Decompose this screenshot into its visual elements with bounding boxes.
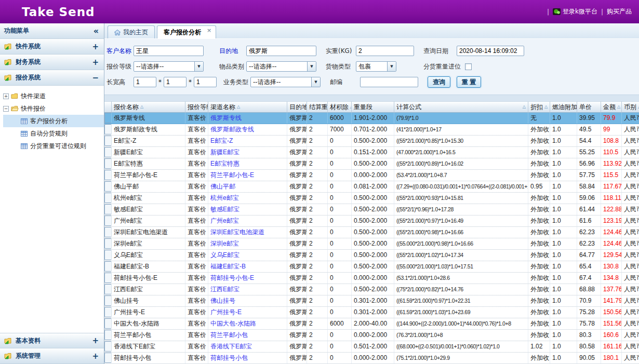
channel-cell[interactable]: 荷邮挂号小包 bbox=[208, 353, 287, 363]
channel-cell[interactable]: 深圳E邮宝电池渠道 bbox=[208, 227, 287, 238]
query-button[interactable]: 查询 bbox=[428, 76, 450, 88]
channel-cell[interactable]: 杭州e邮宝 bbox=[208, 193, 287, 204]
quote-row[interactable]: 佛山平邮直客价佛山平邮俄罗斯200.081-2.000((7.29+((0.08… bbox=[104, 181, 639, 193]
sidebar-section-finance[interactable]: 财务系统 + bbox=[0, 55, 104, 70]
weight-input[interactable] bbox=[356, 46, 414, 56]
channel-cell[interactable]: 江西E邮宝 bbox=[208, 284, 287, 295]
column-header-currency[interactable]: 币别△ bbox=[622, 101, 639, 113]
quote-row[interactable]: E邮宝特惠直客价E邮宝特惠俄罗斯200.500-2.000((55*2/1.00… bbox=[104, 158, 639, 170]
collapse-minus-icon[interactable]: − bbox=[92, 73, 99, 83]
formula-cell: (47.000*2/1.000)*1.0+16.5 bbox=[394, 147, 528, 158]
quote-level-select[interactable]: --请选择-- ▼ bbox=[134, 61, 204, 72]
discount-cell: 外加收 bbox=[528, 227, 550, 238]
expand-plus-icon[interactable]: + bbox=[92, 58, 99, 67]
channel-cell[interactable]: 义乌E邮宝 bbox=[208, 250, 287, 261]
column-header-fuel[interactable]: 燃油附加△ bbox=[550, 101, 577, 113]
quote-row[interactable]: 荷邮挂号小包直客价荷邮挂号小包俄罗斯200.000-2.000(75.1*2/1… bbox=[104, 353, 639, 364]
quote-row[interactable]: 荷兰平邮小包-E直客价荷兰平邮小包-E俄罗斯200.000-2.000(53.4… bbox=[104, 170, 639, 181]
quote-row[interactable]: 杭州e邮宝直客价杭州e邮宝俄罗斯200.500-2.000((55*2/1.00… bbox=[104, 193, 639, 204]
quote-row[interactable]: 佛山挂号直客价佛山挂号俄罗斯200.301-2.000((61.59*2/1.0… bbox=[104, 295, 639, 307]
quote-row[interactable]: 深圳E邮宝电池渠道直客价深圳E邮宝电池渠道俄罗斯200.500-2.000((5… bbox=[104, 227, 639, 238]
sidebar-section-quote[interactable]: 报价系统 − bbox=[0, 70, 104, 86]
height-input[interactable] bbox=[194, 77, 217, 87]
column-header-range[interactable]: 重量段 bbox=[352, 101, 394, 113]
reset-button[interactable]: 重 置 bbox=[457, 76, 481, 88]
quote-row[interactable]: 俄罗斯邮政专线直客价俄罗斯邮政专线俄罗斯270000.701-2.000(41*… bbox=[104, 124, 639, 136]
quote-row[interactable]: 广州e邮宝直客价广州e邮宝俄罗斯200.500-2.000((55*2/1.00… bbox=[104, 215, 639, 227]
tree-node-label: 快件报价 bbox=[21, 104, 46, 113]
channel-cell[interactable]: 俄罗斯邮政专线 bbox=[208, 124, 287, 135]
column-header-discount[interactable]: 折扣△ bbox=[528, 101, 550, 113]
tab-customer-quote-analysis[interactable]: 客户报价分析 × bbox=[157, 25, 216, 38]
postcode-input[interactable] bbox=[360, 77, 418, 87]
column-header-name[interactable]: 报价名称△ bbox=[112, 101, 185, 113]
tree-expand-icon[interactable]: + bbox=[3, 93, 9, 99]
channel-cell[interactable]: 新疆E邮宝 bbox=[208, 147, 287, 158]
goods-type-select[interactable]: 包裹 ▼ bbox=[356, 61, 396, 72]
column-header-price[interactable]: 单价 bbox=[577, 101, 601, 113]
quote-row[interactable]: 新疆E邮宝直客价新疆E邮宝俄罗斯200.151-2.000(47.000*2/1… bbox=[104, 147, 639, 158]
column-header-vol[interactable]: 材积除△ bbox=[328, 101, 352, 113]
quote-row[interactable]: 荷兰平邮小包直客价荷兰平邮小包俄罗斯200.000-2.000(76.3*2/1… bbox=[104, 330, 639, 341]
sidebar-item-customer-quote-analysis[interactable]: 客户报价分析 bbox=[3, 115, 104, 127]
buy-product-link[interactable]: 购买产品 bbox=[607, 7, 632, 16]
column-header-dest[interactable]: 目的地△ bbox=[287, 101, 307, 113]
quote-row[interactable]: 敏感E邮宝直客价敏感E邮宝俄罗斯200.500-2.000((55*2/1)*0… bbox=[104, 204, 639, 215]
sidebar-section-system[interactable]: 系统管理 + bbox=[0, 348, 104, 364]
column-header-level[interactable]: 报价等级 bbox=[185, 101, 208, 113]
channel-cell[interactable]: 荷兰平邮小包-E bbox=[208, 170, 287, 181]
query-date-label: 查询日期 bbox=[423, 47, 457, 56]
quote-row[interactable]: 福建E邮宝-B直客价福建E邮宝-B俄罗斯200.500-2.000((55.00… bbox=[104, 261, 639, 273]
column-header-sel[interactable] bbox=[104, 101, 112, 113]
destination-input[interactable] bbox=[246, 46, 316, 56]
expand-plus-icon[interactable]: + bbox=[92, 42, 99, 51]
tab-home[interactable]: 我的主页 bbox=[108, 25, 155, 38]
width-input[interactable] bbox=[164, 77, 187, 87]
channel-cell[interactable]: 俄罗斯专线 bbox=[208, 113, 287, 124]
channel-cell[interactable]: 深圳e邮宝 bbox=[208, 238, 287, 249]
sidebar-section-express[interactable]: 快件系统 + bbox=[0, 39, 104, 55]
quote-row[interactable]: 江西E邮宝直客价江西E邮宝俄罗斯200.500-2.000((75*2/1.00… bbox=[104, 284, 639, 295]
column-header-formula[interactable]: 计算公式△ bbox=[394, 101, 528, 113]
item-type-select[interactable]: --请选择-- ▼ bbox=[246, 61, 316, 72]
tree-node-channels[interactable]: + 快件渠道 bbox=[3, 90, 104, 102]
channel-cell[interactable]: 敏感E邮宝 bbox=[208, 204, 287, 215]
sidebar-section-basic-data[interactable]: 基本资料 + bbox=[0, 333, 104, 348]
quote-row[interactable]: E邮宝-Z直客价E邮宝-Z俄罗斯200.500-2.000((55*2/1.00… bbox=[104, 136, 639, 147]
channel-cell[interactable]: E邮宝-Z bbox=[208, 136, 287, 146]
tree-node-quotes[interactable]: − 快件报价 bbox=[3, 102, 104, 115]
quote-row[interactable]: 广州挂号-E直客价广州挂号-E俄罗斯200.301-2.000((61.59*2… bbox=[104, 307, 639, 318]
tree-collapse-icon[interactable]: − bbox=[3, 106, 9, 112]
business-type-select[interactable]: --请选择-- ▼ bbox=[250, 77, 321, 87]
expand-plus-icon[interactable]: + bbox=[92, 352, 99, 361]
channel-cell[interactable]: 广州挂号-E bbox=[208, 307, 287, 318]
customer-name-input[interactable] bbox=[134, 46, 204, 56]
channel-cell[interactable]: 佛山挂号 bbox=[208, 295, 287, 306]
quote-row[interactable]: 俄罗斯专线直客价俄罗斯专线俄罗斯260001.901-2.000(79.9)*1… bbox=[104, 113, 639, 124]
quote-row[interactable]: 香港线下E邮宝直客价香港线下E邮宝俄罗斯200.501-2.000((68.00… bbox=[104, 341, 639, 353]
channel-cell[interactable]: 荷邮挂号小包-E bbox=[208, 273, 287, 284]
expand-plus-icon[interactable]: + bbox=[92, 336, 99, 345]
collapse-sidebar-icon[interactable]: « bbox=[94, 26, 99, 36]
channel-cell[interactable]: 福建E邮宝-B bbox=[208, 261, 287, 272]
quote-row[interactable]: 义乌E邮宝直客价义乌E邮宝俄罗斯200.500-2.000((55*2/1.00… bbox=[104, 250, 639, 261]
quote-row[interactable]: 荷邮挂号小包-E直客价荷邮挂号小包-E俄罗斯200.000-2.000(53.1… bbox=[104, 273, 639, 284]
login-link[interactable]: 登录k微平台 bbox=[553, 7, 597, 16]
channel-cell[interactable]: 荷兰平邮小包 bbox=[208, 330, 287, 341]
channel-cell[interactable]: 香港线下E邮宝 bbox=[208, 341, 287, 352]
channel-cell[interactable]: 中国大包-水陆路 bbox=[208, 318, 287, 329]
quote-row[interactable]: 中国大包-水陆路直客价中国大包-水陆路俄罗斯260002.000-40.00((… bbox=[104, 318, 639, 330]
close-tab-icon[interactable]: × bbox=[207, 27, 211, 34]
sidebar-item-split-weight-carry-rules[interactable]: 分货重量可进位规则 bbox=[3, 140, 104, 152]
split-weight-carry-checkbox[interactable] bbox=[465, 63, 472, 70]
quote-row[interactable]: 深圳e邮宝直客价深圳e邮宝俄罗斯200.500-2.000((55.000*2/… bbox=[104, 238, 639, 250]
length-input[interactable] bbox=[134, 77, 156, 87]
column-header-settle[interactable]: 结算重量△ bbox=[307, 101, 328, 113]
query-date-input[interactable] bbox=[457, 46, 524, 56]
column-header-amount[interactable]: 金额△ bbox=[601, 101, 622, 113]
sidebar-item-auto-split-rules[interactable]: 自动分货规则 bbox=[3, 127, 104, 140]
channel-cell[interactable]: E邮宝特惠 bbox=[208, 158, 287, 169]
channel-cell[interactable]: 佛山平邮 bbox=[208, 181, 287, 192]
channel-cell[interactable]: 广州e邮宝 bbox=[208, 215, 287, 226]
column-header-channel[interactable]: 渠道名称△ bbox=[208, 101, 287, 113]
